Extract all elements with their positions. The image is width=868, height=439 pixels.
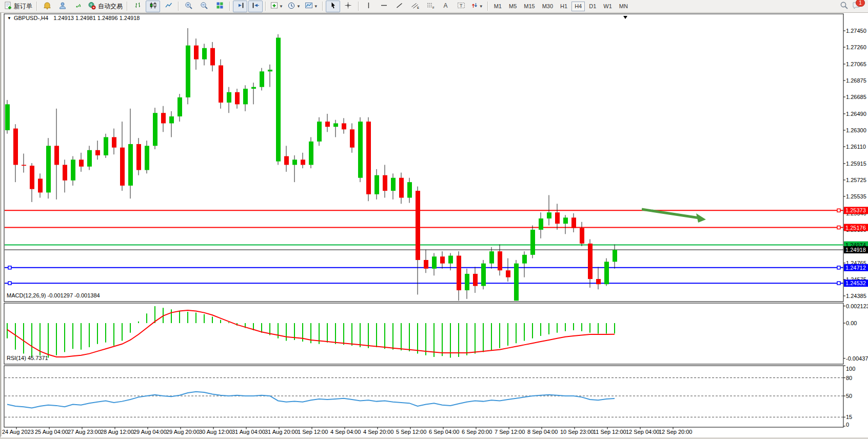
- equidistant-channel-button[interactable]: E: [408, 1, 422, 12]
- text-button[interactable]: A: [439, 1, 453, 12]
- candle-body: [22, 165, 26, 166]
- candle-body: [145, 146, 149, 170]
- community-button[interactable]: [55, 1, 70, 12]
- templates-button[interactable]: ▼: [303, 1, 320, 12]
- search-button[interactable]: [837, 1, 851, 12]
- date-axis-label: 30 Aug 12:00: [199, 429, 232, 435]
- line-handle[interactable]: [8, 266, 11, 269]
- price-axis-label: 1.26110: [846, 144, 866, 150]
- svg-text:E: E: [417, 6, 419, 9]
- zoom-in-button[interactable]: [182, 1, 196, 12]
- line-handle[interactable]: [837, 282, 840, 285]
- svg-text:A: A: [444, 2, 448, 9]
- indicators-button[interactable]: ▼: [269, 1, 285, 12]
- rsi-panel[interactable]: [4, 366, 843, 427]
- chart-canvas[interactable]: 1.274501.272601.270651.268751.266851.264…: [1, 13, 868, 437]
- candle-body: [555, 212, 560, 224]
- candle-body: [30, 166, 34, 189]
- signals-button[interactable]: [71, 1, 85, 12]
- autotrading-button[interactable]: 自动交易: [86, 1, 124, 12]
- macd-panel[interactable]: [4, 303, 843, 364]
- candle-body: [547, 212, 551, 218]
- candle-body: [383, 175, 387, 191]
- separator: [487, 2, 488, 11]
- zoom-in-icon: [185, 2, 193, 11]
- new-order-button[interactable]: 新订单: [3, 1, 34, 12]
- date-axis-label: 4 Sep 20:00: [363, 429, 393, 435]
- periods-button[interactable]: ▼: [286, 1, 302, 12]
- chart-shift-button[interactable]: [248, 1, 263, 12]
- price-badge-1.24712: 1.24712: [845, 265, 866, 271]
- candlestick-chart-icon: [149, 2, 157, 11]
- arrows-tool-button[interactable]: ▼: [469, 1, 485, 12]
- candle-body: [374, 175, 379, 194]
- timeframe-m5[interactable]: M5: [506, 2, 520, 11]
- fibonacci-button[interactable]: F: [423, 1, 438, 12]
- line-chart-button[interactable]: [161, 1, 175, 12]
- timeframe-m15[interactable]: M15: [521, 2, 538, 11]
- candle-body: [268, 70, 272, 71]
- notifications-button[interactable]: 1: [852, 1, 861, 12]
- candle-body: [260, 71, 264, 87]
- candle-body: [514, 264, 519, 301]
- vertical-line-button[interactable]: [362, 1, 376, 12]
- timeframe-m30[interactable]: M30: [539, 2, 556, 11]
- chart-window[interactable]: 1.274501.272601.270651.268751.266851.264…: [0, 13, 868, 437]
- candle-body: [481, 264, 486, 286]
- autotrading-label: 自动交易: [98, 2, 123, 11]
- bell-button[interactable]: [40, 1, 54, 12]
- main-toolbar: 新订单 自动交易 ▼ ▼: [0, 0, 868, 13]
- candle-body: [251, 87, 256, 89]
- candle-body: [169, 116, 174, 123]
- candle-body: [54, 146, 59, 165]
- candlestick-chart-button[interactable]: [146, 1, 160, 12]
- line-handle[interactable]: [837, 226, 840, 229]
- horizontal-line-button[interactable]: [377, 1, 391, 12]
- tile-windows-button[interactable]: [212, 1, 227, 12]
- price-axis-label: 1.26490: [846, 111, 866, 117]
- line-handle[interactable]: [837, 266, 840, 269]
- date-axis-label: 29 Aug 20:00: [166, 429, 200, 435]
- price-axis-label: 1.27450: [846, 28, 866, 34]
- line-handle[interactable]: [8, 282, 11, 285]
- bar-chart-button[interactable]: [130, 1, 145, 12]
- candle-body: [333, 123, 338, 127]
- bell-icon: [43, 2, 51, 11]
- candle-body: [5, 104, 10, 130]
- separator: [265, 2, 266, 11]
- candle-body: [440, 256, 445, 263]
- candle-body: [506, 270, 510, 277]
- auto-scroll-button[interactable]: [233, 1, 247, 12]
- timeframe-mn[interactable]: MN: [616, 2, 631, 11]
- line-handle[interactable]: [837, 209, 840, 212]
- date-axis-label: 11 Sep 12:00: [593, 429, 626, 435]
- candle-body: [571, 217, 576, 228]
- zoom-out-button[interactable]: [197, 1, 211, 12]
- chevron-down-icon: ▼: [314, 4, 318, 9]
- text-label-button[interactable]: T: [454, 1, 468, 12]
- symbol-dropdown-icon[interactable]: ▼: [7, 16, 11, 21]
- price-badge-1.25373: 1.25373: [845, 207, 866, 213]
- chart-ohlc-values: 1.24913 1.24981 1.24896 1.24918: [53, 15, 140, 21]
- candle-body: [498, 251, 502, 270]
- candle-body: [292, 159, 297, 165]
- candle-body: [87, 150, 92, 167]
- chart-shift-icon: [252, 2, 260, 11]
- crosshair-button[interactable]: [341, 1, 356, 12]
- timeframe-m1[interactable]: M1: [491, 2, 505, 11]
- price-axis-label: 1.25725: [846, 177, 866, 183]
- trendline-button[interactable]: [392, 1, 407, 12]
- timeframe-w1[interactable]: W1: [600, 2, 615, 11]
- new-order-label: 新订单: [14, 2, 32, 11]
- timeframe-h4[interactable]: H4: [571, 2, 585, 11]
- candle-body: [342, 123, 346, 129]
- tile-windows-icon: [216, 2, 224, 11]
- timeframe-h1[interactable]: H1: [557, 2, 570, 11]
- price-axis-label: 1.25915: [846, 161, 866, 167]
- person-cloud-icon: [58, 2, 67, 11]
- timeframe-d1[interactable]: D1: [586, 2, 599, 11]
- separator: [229, 2, 230, 11]
- new-order-icon: [4, 2, 12, 11]
- chevron-down-icon: ▼: [279, 4, 283, 9]
- cursor-button[interactable]: [326, 1, 340, 12]
